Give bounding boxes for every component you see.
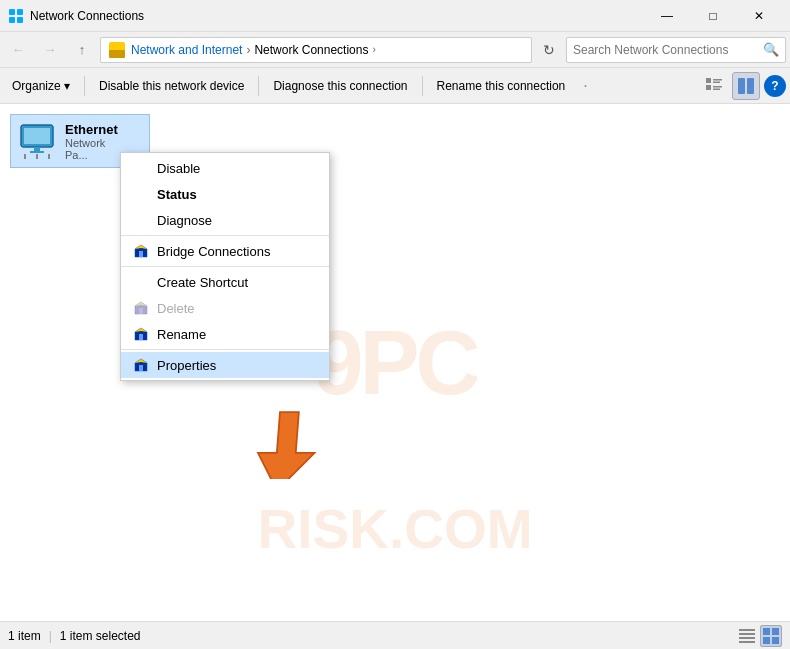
- rename-dropdown[interactable]: ·: [575, 72, 595, 100]
- context-menu: Disable Status Diagnose Bridge Connectio…: [120, 152, 330, 381]
- ctx-delete: Delete: [121, 295, 329, 321]
- view-pane-button[interactable]: [732, 72, 760, 100]
- svg-rect-18: [30, 151, 44, 153]
- svg-rect-22: [139, 251, 143, 257]
- svg-rect-8: [713, 81, 720, 83]
- window-controls: — □ ✕: [644, 0, 782, 32]
- svg-rect-13: [747, 78, 754, 94]
- ethernet-info: Ethernet Network Pa...: [65, 122, 118, 161]
- up-icon: ↑: [79, 42, 86, 57]
- search-box: 🔍: [566, 37, 786, 63]
- search-input[interactable]: [573, 43, 759, 57]
- status-separator: |: [49, 629, 52, 643]
- maximize-button[interactable]: □: [690, 0, 736, 32]
- ctx-disable[interactable]: Disable: [121, 155, 329, 181]
- ctx-rename-label: Rename: [157, 327, 206, 342]
- svg-rect-7: [713, 79, 722, 81]
- svg-rect-31: [763, 628, 770, 635]
- ctx-status-icon: [133, 186, 149, 202]
- svg-rect-0: [9, 9, 15, 15]
- status-details-view[interactable]: [760, 625, 782, 647]
- breadcrumb-network-internet[interactable]: Network and Internet: [131, 43, 242, 57]
- svg-rect-5: [109, 50, 125, 58]
- arrow-svg: [240, 399, 320, 479]
- svg-rect-24: [139, 334, 143, 340]
- ctx-properties-label: Properties: [157, 358, 216, 373]
- watermark-line2: RISK.COM: [258, 497, 533, 561]
- help-button[interactable]: ?: [764, 75, 786, 97]
- disable-network-button[interactable]: Disable this network device: [91, 72, 252, 100]
- svg-rect-2: [9, 17, 15, 23]
- ctx-diagnose[interactable]: Diagnose: [121, 207, 329, 233]
- ctx-rename-icon: [133, 326, 149, 342]
- ctx-rename[interactable]: Rename: [121, 321, 329, 347]
- ctx-delete-icon: [133, 300, 149, 316]
- svg-rect-32: [772, 628, 779, 635]
- ctx-bridge[interactable]: Bridge Connections: [121, 238, 329, 264]
- status-right: [736, 625, 782, 647]
- ctx-status-label: Status: [157, 187, 197, 202]
- svg-rect-34: [772, 637, 779, 644]
- title-bar: Network Connections — □ ✕: [0, 0, 790, 32]
- organize-button[interactable]: Organize ▾: [4, 72, 78, 100]
- toolbar: Organize ▾ Disable this network device D…: [0, 68, 790, 104]
- back-button[interactable]: ←: [4, 36, 32, 64]
- item-count: 1 item: [8, 629, 41, 643]
- status-list-view[interactable]: [736, 625, 758, 647]
- ctx-bridge-label: Bridge Connections: [157, 244, 270, 259]
- item-selected: 1 item selected: [60, 629, 141, 643]
- ethernet-name: Ethernet: [65, 122, 118, 137]
- svg-marker-26: [240, 403, 320, 479]
- breadcrumb-dropdown[interactable]: ›: [372, 44, 375, 55]
- ctx-bridge-icon: [133, 243, 149, 259]
- ethernet-type: Network: [65, 137, 118, 149]
- refresh-icon: ↻: [543, 42, 555, 58]
- minimize-button[interactable]: —: [644, 0, 690, 32]
- address-bar: ← → ↑ Network and Internet › Network Con…: [0, 32, 790, 68]
- ethernet-icon: [17, 121, 57, 161]
- up-button[interactable]: ↑: [68, 36, 96, 64]
- toolbar-separator-1: [84, 76, 85, 96]
- svg-rect-9: [706, 85, 711, 90]
- ctx-status[interactable]: Status: [121, 181, 329, 207]
- close-button[interactable]: ✕: [736, 0, 782, 32]
- ctx-diagnose-icon: [133, 212, 149, 228]
- svg-rect-16: [24, 128, 50, 144]
- ctx-shortcut-icon: [133, 274, 149, 290]
- search-icon: 🔍: [763, 42, 779, 57]
- status-bar: 1 item | 1 item selected: [0, 621, 790, 649]
- forward-button[interactable]: →: [36, 36, 64, 64]
- ctx-disable-icon: [133, 160, 149, 176]
- svg-rect-12: [738, 78, 745, 94]
- svg-rect-17: [34, 147, 40, 151]
- main-content: 9PC RISK.COM Ethernet Network Pa...: [0, 104, 790, 621]
- breadcrumb-bar: Network and Internet › Network Connectio…: [100, 37, 532, 63]
- svg-rect-29: [739, 637, 755, 639]
- window-icon: [8, 8, 24, 24]
- ctx-separator-3: [121, 349, 329, 350]
- ctx-properties-icon: [133, 357, 149, 373]
- svg-rect-3: [17, 17, 23, 23]
- ctx-disable-label: Disable: [157, 161, 200, 176]
- ctx-properties[interactable]: Properties: [121, 352, 329, 378]
- svg-rect-1: [17, 9, 23, 15]
- forward-icon: →: [44, 42, 57, 57]
- refresh-button[interactable]: ↻: [536, 37, 562, 63]
- svg-rect-33: [763, 637, 770, 644]
- rename-button[interactable]: Rename this connection: [429, 72, 574, 100]
- ctx-shortcut-label: Create Shortcut: [157, 275, 248, 290]
- svg-rect-11: [713, 88, 720, 90]
- ctx-shortcut[interactable]: Create Shortcut: [121, 269, 329, 295]
- back-icon: ←: [12, 42, 25, 57]
- toolbar-separator-3: [422, 76, 423, 96]
- view-details-button[interactable]: [700, 72, 728, 100]
- ctx-separator-1: [121, 235, 329, 236]
- svg-rect-25: [139, 365, 143, 371]
- watermark-line1: 9PC: [313, 311, 476, 414]
- toolbar-separator-2: [258, 76, 259, 96]
- svg-rect-10: [713, 86, 722, 88]
- window-title: Network Connections: [30, 9, 644, 23]
- ctx-delete-label: Delete: [157, 301, 195, 316]
- diagnose-button[interactable]: Diagnose this connection: [265, 72, 415, 100]
- ctx-diagnose-label: Diagnose: [157, 213, 212, 228]
